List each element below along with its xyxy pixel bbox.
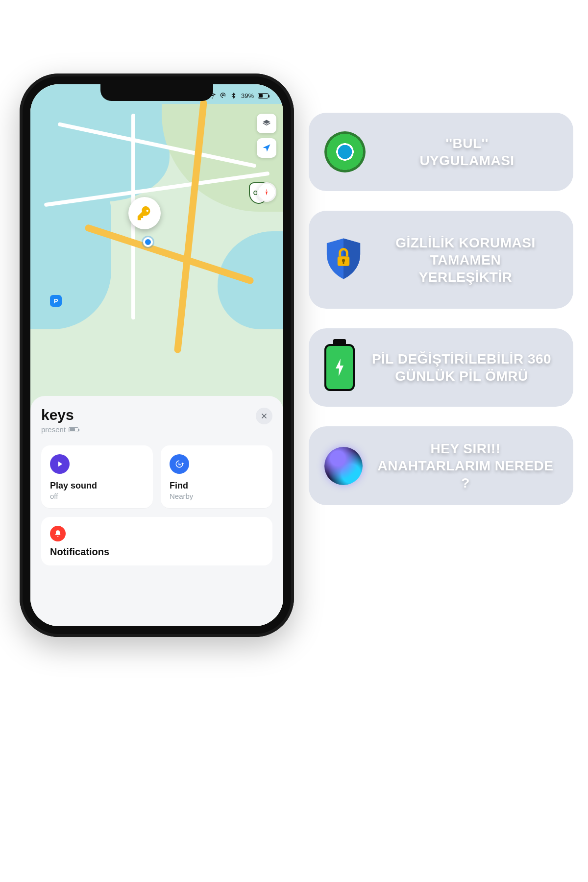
- feature-siri-text: HEY SIRI!! ANAHTARLARIM NEREDE ?: [373, 440, 558, 491]
- rotation-lock-icon: [220, 92, 226, 99]
- sheet-title: keys: [41, 408, 78, 422]
- map-marker-label: P: [54, 297, 58, 305]
- find-sub: Nearby: [170, 492, 264, 500]
- find-my-icon: [324, 131, 366, 172]
- battery-bolt-icon: [324, 344, 355, 391]
- feature-battery: PİL DEĞİŞTİRİLEBİLİR 360 GÜNLÜK PİL ÖMRÜ: [309, 328, 573, 407]
- feature-battery-text: PİL DEĞİŞTİRİLEBİLİR 360 GÜNLÜK PİL ÖMRÜ: [366, 350, 558, 385]
- svg-rect-4: [222, 95, 223, 96]
- feature-privacy-text: GİZLİLİK KORUMASI TAMAMEN YERLEŞİKTİR: [373, 234, 558, 286]
- notifications-title: Notifications: [50, 546, 264, 558]
- feature-siri: HEY SIRI!! ANAHTARLARIM NEREDE ?: [309, 426, 573, 505]
- shield-lock-icon: [324, 237, 363, 282]
- play-sound-card[interactable]: Play sound off: [41, 445, 153, 508]
- svg-marker-6: [266, 189, 267, 192]
- phone-frame: 39% G15: [20, 74, 294, 637]
- siri-icon: [324, 447, 363, 485]
- bluetooth-icon: [230, 92, 237, 99]
- map-compass-button[interactable]: [257, 182, 276, 202]
- map-marker: P: [50, 295, 62, 307]
- battery-percentage: 39%: [241, 92, 254, 99]
- notifications-card[interactable]: Notifications: [41, 517, 272, 565]
- feature-find-my: ''BUL'' UYGULAMASI: [309, 113, 573, 191]
- find-icon: [170, 454, 189, 474]
- find-card[interactable]: Find Nearby: [161, 445, 272, 508]
- svg-rect-9: [343, 261, 344, 264]
- play-sound-title: Play sound: [50, 481, 144, 491]
- map-locate-button[interactable]: [257, 138, 276, 158]
- current-location-dot: [143, 237, 153, 247]
- phone-notch: [100, 84, 213, 101]
- sheet-subtitle: present: [41, 425, 66, 434]
- feature-privacy: GİZLİLİK KORUMASI TAMAMEN YERLEŞİKTİR: [309, 211, 573, 309]
- play-icon: [50, 454, 70, 474]
- play-sound-sub: off: [50, 492, 144, 500]
- close-sheet-button[interactable]: [256, 408, 272, 424]
- feature-list: ''BUL'' UYGULAMASI GİZLİLİK KORUMASI TAM…: [309, 113, 573, 505]
- find-title: Find: [170, 481, 264, 491]
- item-pin-keys[interactable]: [128, 197, 161, 229]
- product-feature-stage: 39% G15: [0, 0, 588, 882]
- feature-find-my-text: ''BUL'' UYGULAMASI: [376, 135, 558, 169]
- map-layers-button[interactable]: [257, 114, 276, 133]
- item-battery-icon: [69, 427, 78, 432]
- battery-icon: [258, 93, 269, 98]
- phone-screen: 39% G15: [30, 84, 283, 626]
- bell-icon: [50, 526, 66, 541]
- item-sheet: keys present Pla: [30, 396, 283, 626]
